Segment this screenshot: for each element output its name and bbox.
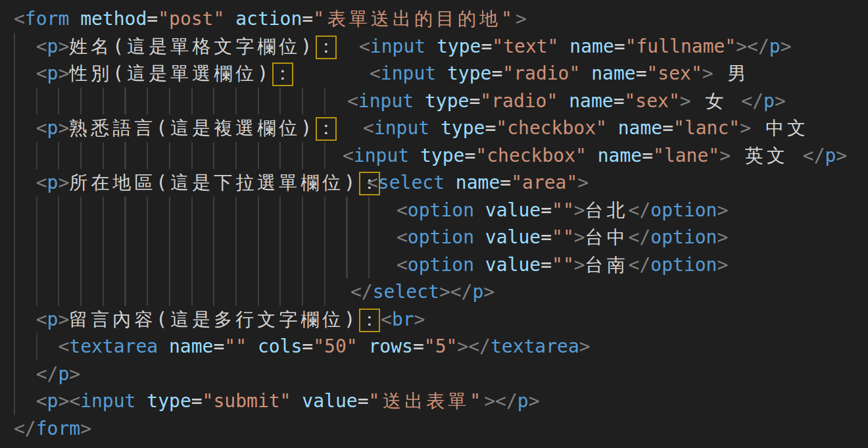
tag-token: input (358, 90, 414, 112)
attribute-token: name (445, 172, 500, 193)
attribute-token: type (414, 90, 469, 112)
tag-token: p (58, 363, 69, 385)
tag-token: select (373, 281, 439, 303)
string-token: "text" (492, 36, 558, 57)
punctuation-token: > (58, 117, 69, 139)
string-token: "" (224, 336, 247, 357)
attribute-token: type (135, 390, 191, 412)
punctuation-token: >< (58, 390, 80, 412)
code-segment: <p>姓名(這是單格文字欄位)： (0, 33, 337, 61)
code-segment: <p>留言內容(這是多行文字欄位)：<br> (0, 306, 425, 334)
punctuation-token: > (58, 36, 69, 57)
string-token: "checkbox" (475, 145, 587, 166)
code-segment: <p>熟悉語言(這是複選欄位)： (0, 114, 337, 142)
operator-token: = (485, 117, 496, 139)
code-segment: <select name="area"> (367, 169, 589, 197)
punctuation-token: ></ (439, 281, 473, 303)
operator-token: = (147, 8, 158, 30)
tag-token: p (47, 390, 59, 412)
tag-token: input (381, 62, 436, 84)
tag-token: form (25, 8, 69, 30)
operator-token: = (541, 199, 552, 221)
code-line-4: <input type="radio" name="sex"> 女 </p> (0, 87, 868, 115)
code-segment: <option value="">台南</option> (397, 251, 728, 279)
string-token: "post" (158, 8, 224, 30)
code-line-10: <option value="">台南</option> (0, 251, 868, 279)
punctuation-token: </ (629, 254, 651, 276)
punctuation-token: > (58, 62, 69, 84)
text-token: 留言內容(這是多行文字欄位) (69, 309, 358, 330)
tag-token: option (408, 199, 474, 221)
string-token: "area" (511, 172, 577, 193)
text-token: 男 (713, 62, 750, 84)
tag-token: p (769, 36, 781, 57)
tag-token: option (650, 254, 717, 276)
operator-token: = (191, 390, 203, 412)
punctuation-token: < (397, 254, 408, 276)
attribute-token: name (558, 36, 614, 57)
tag-token: p (825, 145, 836, 166)
attribute-token: value (291, 390, 357, 412)
string-token: "checkbox" (496, 117, 607, 139)
code-segment: </p> (0, 361, 80, 388)
punctuation-token: < (397, 226, 408, 248)
code-line-7: <p>所在地區(這是下拉選單欄位)：<select name="area"> (0, 169, 868, 197)
text-token: 台北 (585, 199, 629, 221)
code-segment: <input type="text" name="fullname"></p> (359, 33, 792, 61)
code-segment: <form method="post" action="表單送出的目的地"> (0, 5, 527, 33)
code-segment: <p>性別(這是單選欄位)： (0, 60, 294, 87)
unicode-highlight-box: ： (316, 36, 337, 59)
string-token: "radio" (502, 62, 580, 84)
code-line-6: <input type="checkbox" name="lane"> 英文 <… (0, 142, 868, 170)
code-line-15: <p><input type="submit" value="送出表單"></p… (0, 387, 868, 415)
punctuation-token: > (781, 36, 792, 57)
code-editor[interactable]: <form method="post" action="表單送出的目的地"> <… (0, 0, 868, 448)
punctuation-token: < (367, 172, 378, 193)
tag-token: select (378, 172, 445, 193)
attribute-token: name (587, 145, 642, 166)
string-token: "50" (313, 336, 357, 357)
string-token: "" (552, 226, 574, 248)
punctuation-token: > (58, 309, 69, 330)
tag-token: option (650, 199, 717, 221)
tag-token: option (650, 226, 717, 248)
punctuation-token: </ (741, 90, 763, 112)
punctuation-token: > (717, 199, 728, 221)
code-line-11: </select></p> (0, 278, 868, 306)
punctuation-token: < (397, 199, 408, 221)
punctuation-token: < (14, 8, 25, 30)
code-segment: <input type="radio" name="sex"> 女 </p> (347, 87, 786, 115)
punctuation-token: < (381, 309, 392, 330)
code-line-8: <option value="">台北</option> (0, 197, 868, 224)
attribute-token: type (409, 145, 464, 166)
text-token: 姓名(這是單格文字欄位) (69, 36, 315, 57)
attribute-token: value (474, 254, 541, 276)
attribute-token: name (580, 62, 635, 84)
attribute-token: type (429, 117, 485, 139)
string-token: "5" (424, 336, 458, 357)
punctuation-token: < (14, 390, 47, 412)
code-segment: <input type="radio" name="sex"> 男 (370, 60, 750, 87)
string-token: "radio" (480, 90, 558, 112)
operator-token: = (541, 254, 552, 276)
punctuation-token: > (58, 172, 69, 193)
punctuation-token: < (14, 117, 47, 139)
punctuation-token: > (702, 62, 713, 84)
punctuation-token: > (529, 390, 540, 412)
tag-token: input (354, 145, 409, 166)
string-token: "表單送出的目的地" (313, 8, 516, 30)
punctuation-token: < (347, 90, 358, 112)
punctuation-token: > (836, 145, 847, 166)
punctuation-token: < (343, 145, 354, 166)
operator-token: = (491, 62, 502, 84)
tag-token: p (47, 309, 59, 330)
tag-token: p (763, 90, 775, 112)
punctuation-token: > (717, 254, 728, 276)
punctuation-token: > (740, 117, 751, 139)
tag-token: p (518, 390, 529, 412)
code-line-9: <option value="">台中</option> (0, 224, 868, 251)
code-segment: <option value="">台北</option> (397, 197, 728, 224)
tag-token: input (80, 390, 135, 412)
punctuation-token: ></ (484, 390, 518, 412)
operator-token: = (413, 336, 424, 357)
